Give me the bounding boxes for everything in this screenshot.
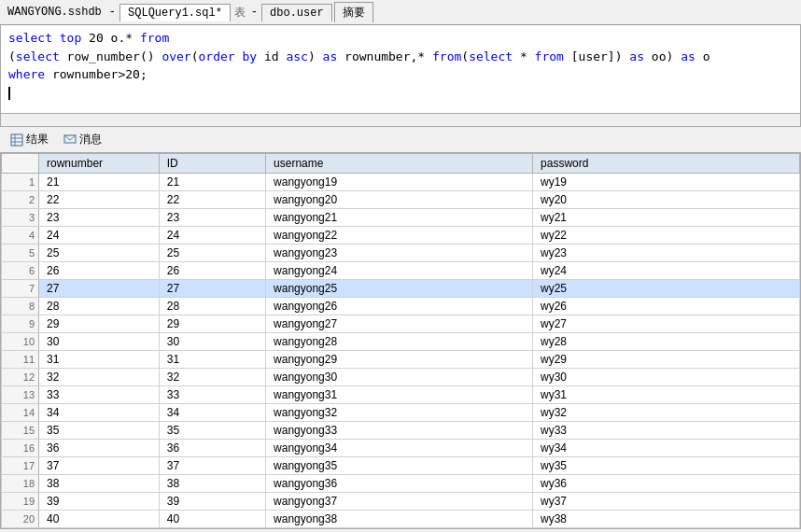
table-row[interactable]: 143434wangyong32wy32 (2, 404, 800, 422)
table-row[interactable]: 72727wangyong25wy25 (2, 280, 800, 298)
table-row[interactable]: 133333wangyong31wy31 (2, 386, 800, 404)
col-username-header[interactable]: username (266, 154, 533, 174)
table-row[interactable]: 204040wangyong38wy38 (2, 511, 800, 528)
row-number: 13 (2, 386, 39, 404)
cell-password: wy36 (533, 475, 800, 493)
tab-separator2: 表 (232, 3, 247, 22)
cell-username: wangyong29 (266, 351, 533, 369)
results-toolbar: 结果 消息 (0, 127, 801, 153)
table-row[interactable]: 193939wangyong37wy37 (2, 493, 800, 511)
tab-schema[interactable]: dbo.user (261, 4, 332, 21)
table-row[interactable]: 173737wangyong35wy35 (2, 457, 800, 475)
cell-username: wangyong32 (266, 404, 533, 422)
cell-username: wangyong24 (266, 262, 533, 280)
cell-id: 26 (159, 262, 265, 280)
table-row[interactable]: 52525wangyong23wy23 (2, 245, 800, 262)
cell-password: wy27 (533, 315, 800, 333)
tab-query[interactable]: SQLQuery1.sql* (119, 4, 231, 21)
table-header-row: rownumber ID username password (2, 154, 800, 174)
table-row[interactable]: 183838wangyong36wy36 (2, 475, 800, 493)
table-row[interactable]: 42424wangyong22wy22 (2, 227, 800, 245)
title-separator3: - (247, 4, 261, 21)
row-number: 14 (2, 404, 39, 422)
cell-rownumber: 26 (39, 262, 160, 280)
table-row[interactable]: 163636wangyong34wy34 (2, 440, 800, 457)
row-number: 16 (2, 440, 39, 457)
cell-rownumber: 29 (39, 315, 160, 333)
cell-rownumber: 22 (39, 191, 160, 209)
cell-id: 34 (159, 404, 265, 422)
cell-username: wangyong25 (266, 280, 533, 298)
row-number: 4 (2, 227, 39, 245)
cell-rownumber: 23 (39, 209, 160, 227)
table-row[interactable]: 113131wangyong29wy29 (2, 351, 800, 369)
cell-password: wy28 (533, 333, 800, 351)
cell-rownumber: 34 (39, 404, 160, 422)
cell-password: wy34 (533, 440, 800, 457)
cell-username: wangyong35 (266, 457, 533, 475)
cell-rownumber: 31 (39, 351, 160, 369)
cell-password: wy23 (533, 245, 800, 262)
cell-id: 40 (159, 511, 265, 528)
table-row[interactable]: 12121wangyong19wy19 (2, 174, 800, 191)
table-body: 12121wangyong19wy1922222wangyong20wy2032… (2, 174, 800, 528)
cell-username: wangyong27 (266, 315, 533, 333)
table-row[interactable]: 103030wangyong28wy28 (2, 333, 800, 351)
row-number: 1 (2, 174, 39, 191)
db-name: WANGYONG.sshdb (4, 4, 105, 21)
cell-username: wangyong31 (266, 386, 533, 404)
cell-username: wangyong38 (266, 511, 533, 528)
cell-password: wy21 (533, 209, 800, 227)
col-id-header[interactable]: ID (159, 154, 265, 174)
cell-password: wy32 (533, 404, 800, 422)
messages-label: 消息 (79, 132, 102, 147)
table-row[interactable]: 92929wangyong27wy27 (2, 315, 800, 333)
col-rownumber-header[interactable]: rownumber (39, 154, 160, 174)
row-number: 15 (2, 422, 39, 440)
cell-username: wangyong37 (266, 493, 533, 511)
cell-password: wy22 (533, 227, 800, 245)
sql-editor[interactable]: select top 20 o.* from (select row_numbe… (0, 25, 801, 114)
table-row[interactable]: 123232wangyong30wy30 (2, 369, 800, 386)
cell-username: wangyong22 (266, 227, 533, 245)
row-number: 12 (2, 369, 39, 386)
cell-rownumber: 30 (39, 333, 160, 351)
results-button[interactable]: 结果 (6, 130, 53, 149)
cell-id: 21 (159, 174, 265, 191)
table-row[interactable]: 32323wangyong21wy21 (2, 209, 800, 227)
messages-button[interactable]: 消息 (59, 130, 106, 149)
col-rownum-header (2, 154, 39, 174)
svg-rect-0 (11, 134, 22, 146)
row-number: 18 (2, 475, 39, 493)
cell-username: wangyong21 (266, 209, 533, 227)
horizontal-scrollbar[interactable] (0, 114, 801, 127)
table-row[interactable]: 22222wangyong20wy20 (2, 191, 800, 209)
tab-summary[interactable]: 摘要 (334, 2, 373, 22)
table-row[interactable]: 62626wangyong24wy24 (2, 262, 800, 280)
cell-username: wangyong20 (266, 191, 533, 209)
table-row[interactable]: 153535wangyong33wy33 (2, 422, 800, 440)
cell-password: wy24 (533, 262, 800, 280)
messages-icon (63, 133, 77, 147)
title-bar: WANGYONG.sshdb - SQLQuery1.sql* 表 - dbo.… (0, 0, 801, 25)
sql-code: select top 20 o.* from (select row_numbe… (8, 29, 793, 102)
cell-rownumber: 24 (39, 227, 160, 245)
row-number: 8 (2, 298, 39, 315)
cell-password: wy31 (533, 386, 800, 404)
cell-password: wy25 (533, 280, 800, 298)
cell-id: 31 (159, 351, 265, 369)
cell-id: 33 (159, 386, 265, 404)
cell-rownumber: 38 (39, 475, 160, 493)
cell-username: wangyong34 (266, 440, 533, 457)
cell-rownumber: 32 (39, 369, 160, 386)
table-row[interactable]: 82828wangyong26wy26 (2, 298, 800, 315)
cell-username: wangyong26 (266, 298, 533, 315)
row-number: 19 (2, 493, 39, 511)
col-password-header[interactable]: password (533, 154, 800, 174)
results-table: rownumber ID username password 12121wang… (1, 153, 800, 528)
cell-rownumber: 21 (39, 174, 160, 191)
cell-username: wangyong30 (266, 369, 533, 386)
cell-password: wy38 (533, 511, 800, 528)
cell-rownumber: 40 (39, 511, 160, 528)
cell-password: wy33 (533, 422, 800, 440)
